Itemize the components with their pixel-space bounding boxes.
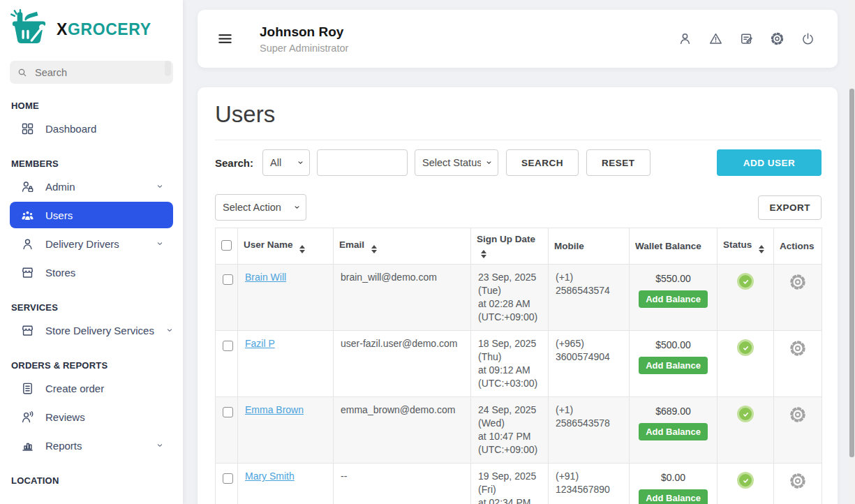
user-name-link[interactable]: Fazil P bbox=[245, 338, 275, 349]
cell-email: emma_brown@demo.com bbox=[334, 397, 471, 464]
brand-logo[interactable]: XGROCERY bbox=[0, 0, 183, 50]
row-checkbox[interactable] bbox=[223, 407, 233, 417]
search-filter-row: Search: All Select Status SEARCH RESET A… bbox=[215, 149, 821, 176]
gear-button[interactable] bbox=[768, 30, 786, 47]
sidebar-scrollbar-thumb[interactable] bbox=[165, 61, 171, 76]
user-button[interactable] bbox=[676, 30, 694, 47]
page-scrollbar[interactable] bbox=[849, 0, 855, 504]
search-field-select[interactable]: All bbox=[262, 149, 310, 176]
sidebar-item-create-order[interactable]: Create order bbox=[10, 375, 173, 401]
bulk-action-select[interactable]: Select Action bbox=[215, 194, 306, 221]
status-active-check-icon[interactable] bbox=[737, 273, 754, 290]
sidebar-item-admin[interactable]: Admin bbox=[10, 173, 173, 200]
email-text: emma_brown@demo.com bbox=[341, 404, 455, 415]
row-checkbox[interactable] bbox=[223, 473, 233, 484]
sidebar-item-users[interactable]: Users bbox=[10, 202, 173, 228]
cell-wallet-balance: $0.00Add Balance bbox=[630, 464, 718, 504]
cell-user-name: Fazil P bbox=[238, 331, 334, 397]
sidebar-item-store-delivery-services[interactable]: Store Delivery Services bbox=[10, 317, 173, 343]
search-button[interactable]: SEARCH bbox=[506, 149, 579, 176]
user-name-link[interactable]: Emma Brown bbox=[245, 404, 304, 415]
table-row: Brain Willbrain_will@demo.com23 Sep, 202… bbox=[216, 265, 822, 331]
signup-date-line: (Tue) bbox=[478, 284, 541, 297]
column-header-label: Sign Up Date bbox=[477, 234, 535, 244]
sidebar-item-stores[interactable]: Stores bbox=[10, 259, 173, 286]
mobile-line: 1234567890 bbox=[556, 483, 622, 496]
sidebar-search-input[interactable] bbox=[34, 66, 166, 79]
brand-name: XGROCERY bbox=[57, 20, 151, 39]
balance-amount: $500.00 bbox=[637, 339, 710, 352]
main-area: Johnson Roy Super Administrator Users Se… bbox=[183, 0, 855, 504]
row-actions-gear-icon[interactable] bbox=[789, 472, 807, 490]
column-header-status[interactable]: Status bbox=[718, 228, 774, 265]
mobile-line: 2586543574 bbox=[556, 284, 622, 297]
signup-date-line: (UTC:+09:00) bbox=[478, 443, 541, 457]
signup-date-line: 24 Sep, 2025 bbox=[478, 403, 541, 417]
mobile-line: 3600574904 bbox=[556, 350, 622, 364]
row-actions-gear-icon[interactable] bbox=[789, 273, 807, 291]
store-icon bbox=[20, 265, 35, 280]
mobile-line: 2586543578 bbox=[556, 417, 622, 430]
column-header-email[interactable]: Email bbox=[334, 228, 471, 265]
sidebar-item-label: Users bbox=[45, 209, 73, 221]
sidebar-search bbox=[10, 61, 173, 84]
search-keyword-input[interactable] bbox=[317, 149, 408, 176]
sort-icon[interactable] bbox=[299, 245, 305, 253]
column-header-sign-up-date[interactable]: Sign Up Date bbox=[471, 228, 549, 265]
row-checkbox[interactable] bbox=[223, 274, 233, 285]
sort-icon[interactable] bbox=[481, 250, 486, 258]
signup-date-line: (UTC:+09:00) bbox=[478, 311, 541, 324]
sort-icon[interactable] bbox=[759, 245, 764, 253]
add-user-button[interactable]: ADD USER bbox=[717, 149, 821, 176]
users-table: User Name Email Sign Up Date MobileWalle… bbox=[215, 228, 822, 504]
nav-section-label-orders-reports: ORDERS & REPORTS bbox=[11, 360, 172, 371]
sidebar-item-reviews[interactable]: Reviews bbox=[10, 403, 173, 430]
menu-toggle-button[interactable] bbox=[216, 29, 235, 48]
signup-date-line: (UTC:+03:00) bbox=[478, 377, 541, 390]
status-active-check-icon[interactable] bbox=[737, 406, 754, 422]
power-button[interactable] bbox=[799, 30, 817, 47]
balance-amount: $689.00 bbox=[637, 405, 710, 418]
export-button[interactable]: EXPORT bbox=[758, 195, 821, 220]
chevron-down-icon bbox=[155, 440, 165, 450]
status-active-check-icon[interactable] bbox=[737, 472, 754, 489]
sidebar-item-delivery-drivers[interactable]: Delivery Drivers bbox=[10, 230, 173, 257]
status-active-check-icon[interactable] bbox=[737, 339, 754, 356]
signup-date-line: (Thu) bbox=[478, 350, 541, 364]
sidebar-item-dashboard[interactable]: Dashboard bbox=[10, 115, 173, 142]
user-name-link[interactable]: Mary Smith bbox=[245, 470, 295, 482]
signup-date-line: (Fri) bbox=[478, 483, 541, 496]
column-header-user-name[interactable]: User Name bbox=[238, 228, 334, 265]
user-name-link[interactable]: Brain Will bbox=[245, 272, 286, 283]
add-balance-button[interactable]: Add Balance bbox=[639, 489, 708, 504]
email-text: brain_will@demo.com bbox=[341, 272, 437, 283]
select-all-checkbox[interactable] bbox=[221, 240, 232, 251]
cell-user-name: Emma Brown bbox=[238, 397, 334, 464]
row-actions-gear-icon[interactable] bbox=[789, 406, 807, 424]
form-edit-button[interactable] bbox=[738, 30, 755, 47]
alert-triangle-button[interactable] bbox=[707, 30, 724, 47]
page-scrollbar-thumb[interactable] bbox=[849, 89, 854, 457]
signup-date-line: at 02:34 PM bbox=[478, 496, 541, 504]
status-select[interactable]: Select Status bbox=[415, 149, 498, 176]
signup-date-line: (Wed) bbox=[478, 417, 541, 430]
sidebar-item-reports[interactable]: Reports bbox=[10, 432, 173, 459]
reset-button[interactable]: RESET bbox=[586, 149, 650, 176]
cell-signup-date: 18 Sep, 2025(Thu)at 09:12 AM(UTC:+03:00) bbox=[471, 331, 549, 397]
sidebar-item-label: Admin bbox=[45, 181, 75, 193]
mobile-line: (+91) bbox=[556, 470, 622, 483]
add-balance-button[interactable]: Add Balance bbox=[639, 290, 708, 308]
add-balance-button[interactable]: Add Balance bbox=[639, 357, 708, 374]
signup-date-line: 23 Sep, 2025 bbox=[478, 271, 541, 284]
add-balance-button[interactable]: Add Balance bbox=[639, 423, 708, 440]
search-icon bbox=[17, 67, 28, 78]
row-actions-gear-icon[interactable] bbox=[789, 339, 807, 357]
row-checkbox[interactable] bbox=[223, 341, 233, 351]
sidebar-item-label: Reviews bbox=[45, 411, 85, 423]
hamburger-menu-icon bbox=[217, 31, 233, 47]
bulk-action-row: Select Action EXPORT bbox=[215, 194, 821, 221]
cell-user-name: Brain Will bbox=[238, 265, 334, 331]
cell-status bbox=[718, 464, 774, 504]
sort-icon[interactable] bbox=[371, 245, 377, 253]
chevron-down-icon bbox=[165, 325, 174, 335]
